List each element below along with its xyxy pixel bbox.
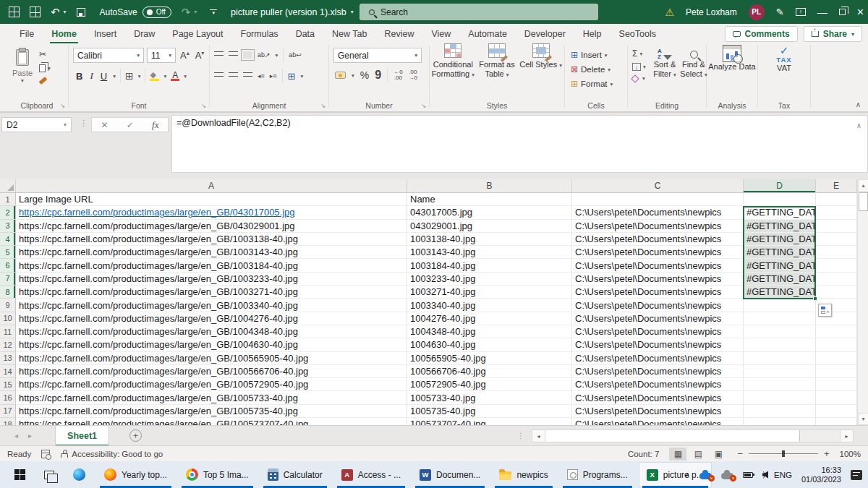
cell-path[interactable]: C:\Users\petel\Documents\newpics (572, 378, 744, 391)
customize-qat-icon[interactable]: ▾ (210, 9, 217, 14)
select-all-corner[interactable] (0, 179, 16, 193)
taskbar-item-programs[interactable]: Programs... (560, 463, 635, 487)
cell-url[interactable]: https://cpc.farnell.com/productimages/la… (16, 378, 407, 391)
cell-name[interactable]: 1003138-40.jpg (407, 233, 572, 246)
orientation-icon[interactable]: ab↗ (258, 51, 271, 59)
cell-url[interactable]: https://cpc.farnell.com/productimages/la… (16, 259, 407, 272)
page-break-view-icon[interactable]: ▣ (710, 448, 727, 461)
taskbar-item-access[interactable]: AAccess - ... (334, 463, 408, 487)
row-header[interactable]: 3 (0, 220, 16, 233)
ribbon-display-icon[interactable]: ↑ (796, 8, 806, 16)
align-center-icon[interactable] (229, 72, 238, 80)
language-indicator[interactable]: ENG (774, 471, 792, 479)
cell-status[interactable]: #GETTING_DATA (744, 259, 816, 272)
cell-path[interactable]: C:\Users\petel\Documents\newpics (572, 352, 744, 365)
cell-url[interactable]: https://cpc.farnell.com/productimages/la… (16, 365, 407, 378)
copy-icon[interactable] (39, 64, 46, 72)
cell-name[interactable]: 1003143-40.jpg (407, 246, 572, 259)
clear-button[interactable]: ▾ (632, 75, 646, 82)
taskbar-item-folder[interactable]: newpics (492, 463, 555, 487)
normal-view-icon[interactable]: ▦ (669, 448, 686, 461)
align-top-icon[interactable] (214, 51, 224, 59)
cell-url[interactable]: https://cpc.farnell.com/productimages/la… (16, 206, 407, 219)
save-icon[interactable] (77, 8, 85, 17)
cell-status[interactable] (744, 352, 816, 365)
cell-status[interactable] (744, 365, 816, 378)
app-grid-icon-2[interactable] (30, 7, 41, 17)
increase-decimal-icon[interactable]: ←0.00 (393, 69, 402, 81)
cell-url[interactable]: https://cpc.farnell.com/productimages/la… (16, 220, 407, 233)
undo-dropdown-icon[interactable]: ▾ (64, 9, 67, 15)
row-header[interactable]: 11 (0, 325, 16, 338)
formula-bar-handle[interactable]: ⋮ (80, 119, 88, 128)
taskbar-item-calc[interactable]: Calculator (260, 463, 330, 487)
autosave-pill[interactable]: Off (142, 7, 171, 18)
zoom-in-icon[interactable]: + (824, 448, 830, 459)
cell-path[interactable]: C:\Users\petel\Documents\newpics (572, 418, 744, 425)
cell-name[interactable]: 100572905-40.jpg (407, 378, 572, 391)
row-header[interactable]: 13 (0, 352, 16, 365)
column-header-b[interactable]: B (407, 179, 572, 193)
cell-name[interactable]: 1005735-40.jpg (407, 405, 572, 418)
cell-name[interactable]: 1004348-40.jpg (407, 325, 572, 338)
comments-button[interactable]: Comments (725, 26, 798, 42)
sheet-tab[interactable]: Sheet1 (55, 426, 109, 446)
tab-view[interactable]: View (422, 24, 459, 43)
tab-seotools[interactable]: SeoTools (610, 24, 665, 43)
accounting-format-icon[interactable] (335, 72, 346, 79)
cell-e[interactable] (816, 206, 857, 219)
cell-status[interactable]: #GETTING_DATA (744, 206, 816, 219)
zoom-slider[interactable]: − + (737, 448, 829, 459)
font-color-icon[interactable]: A (171, 72, 179, 81)
cell-name[interactable]: 1004276-40.jpg (407, 312, 572, 325)
align-left-icon[interactable] (214, 72, 224, 80)
cut-icon[interactable]: ✂ (39, 49, 46, 59)
formula-input[interactable]: =@DownloadFile(A2,C2,B2) ∧ (171, 115, 868, 173)
scroll-left-icon[interactable]: ◂ (532, 430, 545, 442)
minimize-icon[interactable]: — (817, 7, 827, 18)
tab-insert[interactable]: Insert (85, 24, 125, 43)
autosave-toggle[interactable]: AutoSave Off (100, 7, 171, 18)
row-header[interactable]: 17 (0, 405, 16, 418)
tray-expand-icon[interactable]: ∧ (685, 471, 690, 479)
zoom-level[interactable]: 100% (840, 450, 861, 458)
cell-url[interactable]: https://cpc.farnell.com/productimages/la… (16, 286, 407, 299)
cell-status[interactable]: #GETTING_DATA (744, 220, 816, 233)
tab-file[interactable]: File (11, 24, 43, 43)
autosum-button[interactable]: Σ▾ (632, 48, 646, 59)
paste-button[interactable]: Paste ▾ (10, 48, 35, 98)
fill-button[interactable]: ↓▾ (632, 63, 646, 71)
cell-e[interactable] (816, 273, 857, 286)
notification-center-icon[interactable] (851, 470, 862, 480)
cell-url[interactable]: https://cpc.farnell.com/productimages/la… (16, 418, 407, 425)
analyze-data-button[interactable]: Analyze Data (707, 43, 757, 72)
cell-name[interactable]: 1004630-40.jpg (407, 338, 572, 351)
italic-button[interactable]: I (88, 70, 94, 82)
cell-status[interactable] (744, 418, 816, 425)
cell-name[interactable]: 1003233-40.jpg (407, 273, 572, 286)
decrease-font-icon[interactable]: A▾ (194, 50, 206, 61)
cell-status[interactable] (744, 391, 816, 404)
sheet-nav-right-icon[interactable]: ▸ (28, 432, 32, 440)
cancel-entry-icon[interactable]: ✕ (101, 120, 109, 130)
zoom-thumb[interactable] (782, 450, 785, 457)
tab-page-layout[interactable]: Page Layout (163, 24, 231, 43)
cell-e[interactable] (816, 259, 857, 272)
cell-path[interactable]: C:\Users\petel\Documents\newpics (572, 312, 744, 325)
onedrive-error-icon[interactable] (699, 473, 712, 479)
cell-e[interactable] (816, 378, 857, 391)
tab-formulas[interactable]: Formulas (232, 24, 287, 43)
vat-button[interactable]: ✓ TAX VAT (758, 43, 810, 73)
scroll-right-icon[interactable]: ▸ (840, 430, 853, 442)
cell-path[interactable]: C:\Users\petel\Documents\newpics (572, 206, 744, 219)
taskbar-item-edge[interactable] (66, 463, 93, 487)
cell-status[interactable]: #GETTING_DATA (744, 286, 816, 299)
underline-button[interactable]: U (99, 71, 109, 82)
column-header-d[interactable]: D (744, 179, 816, 193)
cell-url[interactable]: https://cpc.farnell.com/productimages/la… (16, 338, 407, 351)
number-dialog-launcher-icon[interactable]: ↘ (421, 103, 426, 109)
align-right-icon[interactable] (243, 72, 252, 80)
cell-name[interactable]: 043017005.jpg (407, 206, 572, 219)
document-title[interactable]: picture puller (version 1).xlsb ▾ (231, 0, 354, 24)
row-header[interactable]: 10 (0, 312, 16, 325)
